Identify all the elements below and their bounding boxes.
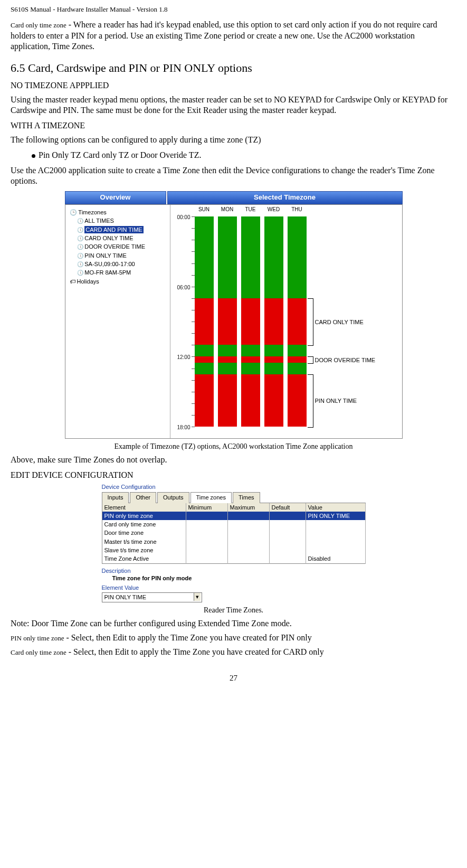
table-cell [269,520,306,529]
table-cell: Time Zone Active [102,554,186,563]
dc-tab[interactable]: Times [233,492,260,503]
card-only-text: - Where a reader has had it's keypad ena… [11,20,437,51]
tab-overview[interactable]: Overview [65,191,166,204]
timezone-annotations: CARD ONLY TIMEDOOR OVERIDE TIMEPIN ONLY … [307,205,396,438]
tz-segment [264,363,283,374]
dc-body: PIN only time zonePIN ONLY TIMECard only… [102,512,365,563]
annotation-bracket [308,356,313,363]
no-tz-text: Using the master reader keypad menu opti… [11,95,456,117]
dc-tab[interactable]: Time zones [190,492,232,503]
table-row[interactable]: Slave t/s time zone [102,546,365,554]
table-row[interactable]: PIN only time zonePIN ONLY TIME [102,512,365,520]
page-number: 27 [11,673,456,684]
dc-tab[interactable]: Other [130,492,156,503]
card-only2-label: Card only time zone [11,648,66,656]
day-column: SUN [195,216,214,438]
table-cell [186,546,227,554]
table-cell [186,529,227,537]
tz-segment [218,374,237,427]
annotation-label: PIN ONLY TIME [315,397,357,404]
note-text: Note: Door Time Zone can be further conf… [11,618,456,629]
tz-segment [195,363,214,374]
tz-segment [195,374,214,427]
tree-item[interactable]: CARD AND PIN TIME [68,225,168,234]
dc-title: Device Configuration [102,483,366,490]
tree-root[interactable]: Timezones [68,208,168,216]
annotation-bracket [308,298,313,346]
tz-segment [218,345,237,356]
tree-item[interactable]: CARD ONLY TIME [68,234,168,242]
tz-segment [195,298,214,345]
tz-segment [288,356,307,362]
day-header: SUN [195,206,214,213]
tab-selected-timezone[interactable]: Selected Timezone [167,191,403,204]
tz-segment [288,216,307,298]
table-row[interactable]: Time Zone ActiveDisabled [102,554,365,563]
tree-item[interactable]: PIN ONLY TIME [68,251,168,260]
tz-options-bullet: Pin Only TZ Card only TZ or Door Overide… [32,150,456,161]
card-only2-text: - Select, then Edit to apply the Time Zo… [66,647,324,656]
day-column: WED [264,216,283,438]
device-config-figure: Device Configuration InputsOtherOutputsT… [102,483,366,602]
table-row[interactable]: Master t/s time zone [102,537,365,546]
tree-item[interactable]: ALL TIMES [68,216,168,225]
bullet-text: Pin Only TZ Card only TZ or Door Overide… [39,150,201,159]
card-only-label: Card only time zone [11,21,66,29]
table-cell [306,537,365,546]
dc-col-header: Default [269,503,306,512]
timezone-tree[interactable]: Timezones ALL TIMESCARD AND PIN TIMECARD… [65,205,170,438]
table-cell [227,537,269,546]
tree-holidays[interactable]: Holidays [68,277,168,286]
pin-only-text: - Select, then Edit to apply the Time Zo… [64,633,311,642]
dc-element-value-label: Element Value [102,584,366,591]
dc-table: ElementMinimumMaximumDefaultValue PIN on… [102,503,366,564]
tz-segment [264,298,283,345]
dc-tabs: InputsOtherOutputsTime zonesTimes [102,492,366,503]
dc-caption: Reader Time Zones. [11,606,456,615]
time-label: 18:00 [177,424,190,431]
tz-segment [218,298,237,345]
table-row[interactable]: Door time zone [102,529,365,537]
tz-segment [288,298,307,345]
timezone-chart: 00:0006:0012:0018:00 SUNMONTUEWEDTHU CAR… [170,205,402,438]
tree-item[interactable]: SA-SU,09:00-17:00 [68,260,168,268]
tz-segment [241,298,260,345]
tz-segment [195,216,214,298]
dc-tab[interactable]: Inputs [102,492,129,503]
dc-element-value-select[interactable]: PIN ONLY TIME [102,592,202,602]
table-cell [306,520,365,529]
day-column: MON [218,216,237,438]
table-cell [227,554,269,563]
tz-segment [218,363,237,374]
table-row[interactable]: Card only time zone [102,520,365,529]
table-cell [269,537,306,546]
tz-segment [241,374,260,427]
dc-tab[interactable]: Outputs [157,492,189,503]
table-cell [186,520,227,529]
table-cell [186,512,227,520]
dc-col-header: Minimum [186,503,227,512]
timezone-figure: Overview Selected Timezone Timezones ALL… [65,191,403,439]
tz-segment [264,356,283,362]
no-tz-heading: NO TIMEZONE APPPLIED [11,80,456,91]
dc-description-label: Description [102,567,366,574]
tz-segment [264,345,283,356]
timezone-grid: SUNMONTUEWEDTHU [195,205,307,438]
table-cell [186,537,227,546]
tz-segment [288,363,307,374]
time-label: 06:00 [177,284,190,291]
tz-segment [195,345,214,356]
day-header: THU [288,206,307,213]
tree-item[interactable]: MO-FR 8AM-5PM [68,268,168,277]
day-header: WED [264,206,283,213]
tree-item[interactable]: DOOR OVERIDE TIME [68,242,168,251]
dc-col-header: Maximum [227,503,269,512]
table-cell [269,529,306,537]
tz-segment [288,345,307,356]
dc-description-text: Time zone for PIN only mode [112,574,366,582]
table-cell: Disabled [306,554,365,563]
day-header: MON [218,206,237,213]
tz-segment [241,216,260,298]
day-column: THU [288,216,307,438]
edit-dc-heading: EDIT DEVICE CONFIGURATION [11,470,456,481]
